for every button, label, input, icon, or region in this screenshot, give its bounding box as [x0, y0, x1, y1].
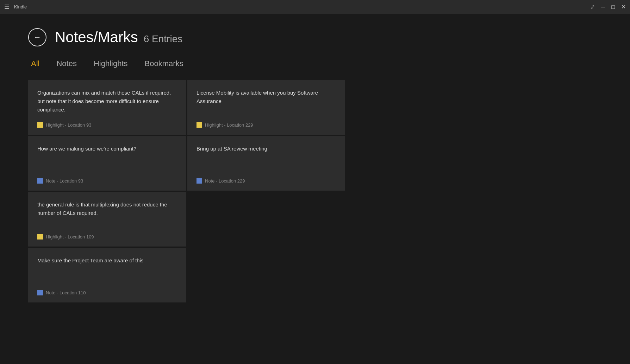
card-note-2[interactable]: Bring up at SA review meeting Note - Loc…: [187, 136, 345, 191]
close-icon[interactable]: ✕: [621, 4, 626, 10]
tab-notes[interactable]: Notes: [56, 59, 76, 70]
tab-highlights[interactable]: Highlights: [94, 59, 128, 70]
title-bar: ☰ Kindle ⤢ ─ □ ✕: [0, 0, 630, 14]
title-bar-controls: ⤢ ─ □ ✕: [590, 4, 626, 10]
card-text: Organizations can mix and match these CA…: [37, 89, 177, 116]
app-title: Kindle: [14, 4, 27, 9]
card-highlight-1[interactable]: Organizations can mix and match these CA…: [28, 80, 186, 135]
card-meta-label: Note - Location 229: [205, 178, 245, 184]
card-meta: Highlight - Location 109: [37, 234, 177, 240]
card-meta: Note - Location 110: [37, 290, 177, 295]
card-meta: Highlight - Location 93: [37, 122, 177, 128]
title-bar-left: ☰ Kindle: [4, 4, 27, 10]
card-meta: Note - Location 93: [37, 178, 177, 184]
notes-grid: Organizations can mix and match these CA…: [28, 80, 345, 302]
card-note-1[interactable]: How are we making sure we're compliant? …: [28, 136, 186, 191]
page-title-section: Notes/Marks 6 Entries: [55, 29, 182, 46]
card-meta-label: Note - Location 110: [46, 290, 86, 295]
maximize-icon[interactable]: □: [611, 4, 615, 10]
card-meta-label: Highlight - Location 109: [46, 234, 94, 240]
highlight-dot-icon: [197, 122, 202, 128]
card-text: License Mobility is available when you b…: [197, 89, 336, 116]
card-text: the general rule is that multiplexing do…: [37, 200, 177, 228]
card-text: How are we making sure we're compliant?: [37, 145, 177, 172]
card-text: Make sure the Project Team are aware of …: [37, 256, 177, 283]
expand-icon[interactable]: ⤢: [590, 4, 595, 10]
card-note-3[interactable]: Make sure the Project Team are aware of …: [28, 248, 186, 302]
minimize-icon[interactable]: ─: [601, 4, 605, 10]
back-icon: ←: [33, 33, 41, 42]
card-meta-label: Note - Location 93: [46, 178, 83, 184]
card-meta: Note - Location 229: [197, 178, 336, 184]
note-dot-icon: [197, 178, 202, 184]
card-meta-label: Highlight - Location 93: [46, 122, 91, 128]
card-highlight-3[interactable]: the general rule is that multiplexing do…: [28, 192, 186, 247]
note-dot-icon: [37, 290, 43, 295]
tab-bookmarks[interactable]: Bookmarks: [145, 59, 183, 70]
card-meta-label: Highlight - Location 229: [205, 122, 253, 128]
highlight-dot-icon: [37, 122, 43, 128]
highlight-dot-icon: [37, 234, 43, 240]
page-title: Notes/Marks: [55, 29, 138, 46]
card-text: Bring up at SA review meeting: [197, 145, 336, 172]
back-button[interactable]: ←: [28, 28, 46, 46]
entry-count: 6 Entries: [144, 33, 183, 45]
card-highlight-2[interactable]: License Mobility is available when you b…: [187, 80, 345, 135]
tabs: All Notes Highlights Bookmarks: [28, 59, 602, 70]
tab-all[interactable]: All: [31, 59, 39, 70]
card-meta: Highlight - Location 229: [197, 122, 336, 128]
hamburger-icon[interactable]: ☰: [4, 4, 9, 10]
main-content: ← Notes/Marks 6 Entries All Notes Highli…: [0, 14, 630, 317]
note-dot-icon: [37, 178, 43, 184]
page-header: ← Notes/Marks 6 Entries: [28, 28, 602, 46]
